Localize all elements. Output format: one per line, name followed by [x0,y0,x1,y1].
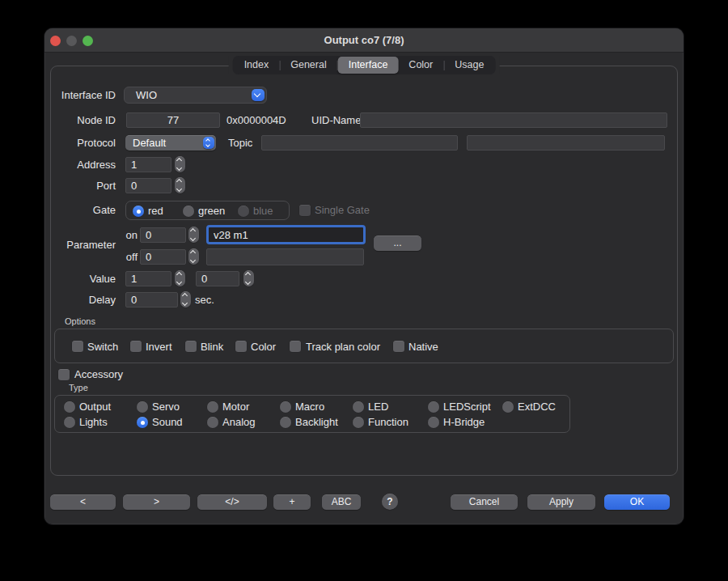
tab-interface[interactable]: Interface [338,57,399,74]
value-1-field[interactable] [125,271,171,286]
tab-general[interactable]: General [280,57,336,74]
value-1-stepper[interactable] [175,270,185,286]
apply-button[interactable]: Apply [527,494,595,510]
type-extdcc-radio[interactable] [502,401,514,413]
type-hbridge-label: H-Bridge [443,412,485,433]
value-2-stepper[interactable] [243,270,254,286]
port-label: Port [44,178,116,193]
interface-id-dropdown[interactable]: WIO [124,87,267,104]
gate-green-radio[interactable] [183,206,194,217]
option-switch-label: Switch [87,336,118,358]
option-switch-checkbox[interactable] [72,341,83,352]
option-blink-label: Blink [201,336,223,358]
type-backlight-radio[interactable] [280,417,291,428]
gate-green-label: green [198,201,225,221]
option-blink-checkbox[interactable] [185,341,197,352]
option-invert-checkbox[interactable] [130,341,142,352]
option-color-checkbox[interactable] [235,341,247,352]
address-field[interactable] [125,157,171,172]
title-bar[interactable]: Output co7 (7/8) [44,28,684,53]
type-sound-label: Sound [152,412,183,433]
single-gate-label: Single Gate [315,201,370,220]
accessory-checkbox[interactable] [58,369,70,380]
node-id-field[interactable] [126,112,220,128]
delay-stepper[interactable] [180,291,191,307]
protocol-value: Default [133,135,166,151]
delay-unit-label: sec. [195,292,214,307]
type-output-radio[interactable] [64,401,75,413]
param-on-stepper[interactable] [188,227,199,243]
tab-color[interactable]: Color [398,57,443,74]
protocol-label: Protocol [44,135,116,151]
type-backlight-label: Backlight [295,412,338,433]
option-native-checkbox[interactable] [393,341,404,352]
topic-label: Topic [228,135,252,151]
type-led-radio[interactable] [353,401,364,413]
param-on-text-field[interactable] [206,225,366,244]
port-field[interactable] [125,178,171,193]
gate-red-radio[interactable] [133,206,144,217]
node-id-hex: 0x0000004D [226,112,286,128]
gate-blue-label: blue [253,201,273,221]
parameter-label: Parameter [44,227,116,264]
option-native-label: Native [408,336,438,358]
type-lights-radio[interactable] [64,417,75,428]
topic-field[interactable] [261,135,458,151]
tab-index[interactable]: Index [234,57,280,74]
dialog-window: Output co7 (7/8) Index General Interface… [44,28,684,524]
type-radio-group: Output Servo Motor Macro LED LEDScript E… [54,395,570,433]
interface-id-value: WIO [136,87,157,103]
type-sound-radio[interactable] [137,417,148,428]
tab-usage[interactable]: Usage [444,57,494,74]
param-off-stepper[interactable] [188,248,199,265]
interface-id-label: Interface ID [44,87,116,104]
port-stepper[interactable] [175,177,185,193]
node-id-label: Node ID [44,112,116,128]
type-function-radio[interactable] [353,417,364,428]
option-track-plan-color-checkbox[interactable] [290,341,301,352]
up-down-chevrons-icon [203,137,214,149]
type-ledscript-radio[interactable] [428,401,439,413]
abc-button[interactable]: ABC [322,494,361,510]
type-lights-label: Lights [79,412,108,433]
uid-name-field[interactable] [360,112,667,128]
type-analog-radio[interactable] [207,417,218,428]
value-label: Value [44,271,116,286]
next-button[interactable]: > [123,494,190,510]
value-2-field[interactable] [196,271,239,286]
type-group-title: Type [69,383,88,392]
type-servo-radio[interactable] [137,401,148,413]
type-motor-radio[interactable] [207,401,218,413]
param-off-count-field[interactable] [140,249,186,265]
param-off-text-field[interactable] [206,248,364,265]
gate-radio-group: red green blue [125,201,290,220]
param-on-label: on [125,227,138,244]
gate-red-label: red [148,201,163,221]
help-button[interactable]: ? [382,494,398,510]
protocol-dropdown[interactable]: Default [125,135,216,151]
add-button[interactable]: + [273,494,311,510]
accessory-label: Accessory [74,368,123,381]
delay-label: Delay [44,292,116,307]
single-gate-checkbox [299,205,311,216]
type-extdcc-label: ExtDCC [518,397,556,418]
option-track-plan-color-label: Track plan color [306,336,380,358]
delay-field[interactable] [125,292,178,307]
prev-button[interactable]: < [50,494,116,510]
topic-extra-field[interactable] [467,135,665,151]
address-stepper[interactable] [175,156,185,172]
param-on-count-field[interactable] [140,227,186,243]
cancel-button[interactable]: Cancel [451,494,518,510]
type-macro-radio[interactable] [280,401,291,413]
options-group-title: Options [65,316,95,326]
type-analog-label: Analog [222,412,255,433]
address-label: Address [44,157,116,172]
window-title: Output co7 (7/8) [44,28,684,53]
option-color-label: Color [251,336,276,358]
type-hbridge-radio[interactable] [428,417,439,428]
param-off-label: off [125,248,138,266]
chevron-down-icon [252,89,265,101]
code-button[interactable]: </> [197,494,267,510]
param-more-button[interactable]: ... [374,235,421,251]
ok-button[interactable]: OK [604,494,670,510]
